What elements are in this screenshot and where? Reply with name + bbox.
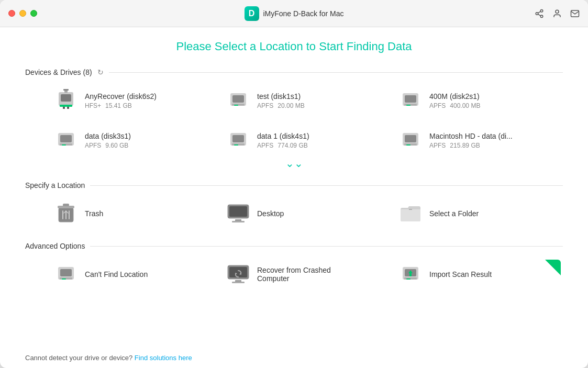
svg-rect-18 (405, 95, 416, 103)
device-item-5-size: 215.89 GB (450, 142, 480, 149)
device-item-2-name: 400M (disk2s1) (429, 92, 480, 101)
svg-rect-47 (62, 278, 66, 280)
svg-rect-45 (60, 269, 72, 276)
device-item-2-meta: APFS 400.00 MB (429, 102, 480, 109)
svg-rect-59 (406, 278, 411, 280)
advanced-item-2[interactable]: Import Scan Result NEW (395, 259, 563, 290)
advanced-section-title: Advanced Options (25, 242, 85, 250)
app-title: iMyFone D-Back for Mac (263, 9, 343, 18)
svg-rect-35 (63, 204, 69, 206)
location-item-folder-name: Select a Folder (429, 209, 479, 218)
device-item-4-fs: APFS (257, 142, 273, 149)
device-item-2[interactable]: 400M (disk2s1) APFS 400.00 MB (395, 85, 563, 116)
advanced-item-1-name-line1: Recover from Crashed (257, 266, 331, 274)
import-scan-icon (399, 263, 422, 286)
trash-icon (54, 202, 77, 225)
device-item-1[interactable]: test (disk1s1) APFS 20.00 MB (223, 85, 391, 116)
device-item-4-info: data 1 (disk4s1) APFS 774.09 GB (257, 132, 309, 149)
close-button[interactable] (8, 10, 15, 17)
device-item-5-info: Macintosh HD - data (di... APFS 215.89 G… (429, 132, 513, 149)
share-icon[interactable] (535, 9, 544, 18)
svg-point-5 (556, 10, 559, 13)
device-item-0-name: AnyRecover (disk6s2) (85, 92, 157, 101)
titlebar: D iMyFone D-Back for Mac (0, 0, 588, 27)
device-item-3-name: data (disk3s1) (85, 132, 131, 140)
device-item-5[interactable]: Macintosh HD - data (di... APFS 215.89 G… (395, 125, 563, 156)
svg-point-2 (540, 15, 543, 18)
device-item-2-fs: APFS (429, 102, 446, 109)
advanced-grid: Can't Find Location (25, 259, 563, 290)
drive-icon-3 (54, 129, 77, 152)
svg-rect-30 (405, 135, 416, 142)
svg-line-4 (538, 11, 540, 13)
svg-rect-19 (404, 104, 417, 106)
device-item-1-meta: APFS 20.00 MB (257, 102, 305, 109)
advanced-item-1[interactable]: Recover from Crashed Computer (223, 259, 391, 290)
device-item-4-name: data 1 (disk4s1) (257, 132, 309, 140)
device-item-0-meta: HFS+ 15.41 GB (85, 102, 157, 109)
svg-point-1 (536, 12, 538, 15)
device-item-3[interactable]: data (disk3s1) APFS 9.60 GB (50, 125, 218, 156)
app-icon: D (244, 6, 259, 21)
location-section: Specify a Location (25, 181, 563, 229)
device-item-0-info: AnyRecover (disk6s2) HFS+ 15.41 GB (85, 92, 157, 109)
device-item-3-size: 9.60 GB (105, 142, 128, 149)
devices-section: Devices & Drives (8) ↻ (25, 68, 563, 169)
svg-rect-56 (404, 277, 417, 280)
svg-rect-46 (60, 277, 72, 280)
advanced-section-header: Advanced Options (25, 242, 563, 250)
traffic-lights (8, 10, 37, 17)
refresh-icon[interactable]: ↻ (97, 68, 104, 76)
device-item-1-info: test (disk1s1) APFS 20.00 MB (257, 92, 305, 109)
advanced-item-1-name-line2: Computer (257, 274, 331, 283)
svg-line-3 (538, 14, 540, 16)
maximize-button[interactable] (30, 10, 37, 17)
page-title: Please Select a Location to Start Findin… (25, 40, 563, 53)
chevron-down-icon: ⌄⌄ (285, 158, 303, 169)
svg-rect-7 (61, 94, 71, 102)
device-item-4[interactable]: data 1 (disk4s1) APFS 774.09 GB (223, 125, 391, 156)
location-item-trash-name: Trash (85, 209, 103, 218)
svg-rect-10 (60, 105, 72, 107)
advanced-item-0[interactable]: Can't Find Location (50, 259, 218, 290)
location-grid: Trash Desktop (25, 198, 563, 229)
svg-rect-49 (229, 267, 247, 277)
svg-rect-26 (232, 135, 244, 142)
device-item-4-meta: APFS 774.09 GB (257, 142, 309, 149)
svg-rect-24 (62, 144, 66, 146)
svg-rect-43 (232, 221, 245, 222)
svg-rect-22 (60, 135, 72, 142)
location-item-folder[interactable]: Select a Folder (395, 198, 563, 229)
device-item-1-fs: APFS (257, 102, 273, 109)
location-divider (90, 185, 563, 186)
crashed-computer-icon (227, 263, 250, 286)
device-item-1-size: 20.00 MB (278, 102, 304, 109)
location-item-desktop[interactable]: Desktop (223, 198, 391, 229)
svg-rect-16 (234, 105, 238, 106)
drive-icon-2 (399, 89, 422, 112)
location-section-title: Specify a Location (25, 181, 85, 189)
svg-rect-27 (232, 143, 245, 146)
cant-find-icon (54, 263, 77, 286)
device-item-1-name: test (disk1s1) (257, 92, 305, 101)
drive-icon-1 (227, 89, 250, 112)
devices-divider (109, 72, 563, 73)
device-item-3-meta: APFS 9.60 GB (85, 142, 131, 149)
location-item-trash[interactable]: Trash (50, 198, 218, 229)
minimize-button[interactable] (19, 10, 26, 17)
drive-icon-5 (399, 129, 422, 152)
device-item-2-size: 400.00 MB (450, 102, 480, 109)
svg-rect-53 (232, 282, 245, 283)
svg-rect-20 (406, 105, 411, 106)
drive-icon-4 (227, 129, 250, 152)
device-item-0[interactable]: AnyRecover (disk6s2) HFS+ 15.41 GB (50, 85, 218, 116)
mail-icon[interactable] (570, 9, 580, 18)
new-badge: NEW (557, 260, 561, 269)
expand-button[interactable]: ⌄⌄ (25, 158, 563, 169)
device-item-4-size: 774.09 GB (278, 142, 307, 149)
account-icon[interactable] (552, 9, 562, 18)
main-content: Please Select a Location to Start Findin… (0, 27, 588, 348)
svg-rect-9 (67, 107, 69, 109)
device-item-2-info: 400M (disk2s1) APFS 400.00 MB (429, 92, 480, 109)
find-solutions-link[interactable]: Find solutions here (135, 354, 192, 362)
